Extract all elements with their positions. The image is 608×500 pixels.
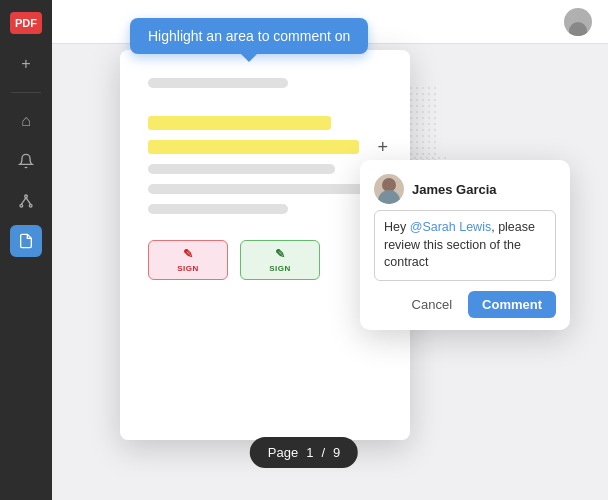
page-label: Page [268, 445, 298, 460]
tooltip-text: Highlight an area to comment on [148, 28, 350, 44]
cancel-button[interactable]: Cancel [404, 292, 460, 317]
commenter-name: James Garcia [412, 182, 497, 197]
svg-point-1 [20, 204, 23, 207]
signature-label-green: SIGN [269, 264, 291, 273]
page-current: 1 [306, 445, 313, 460]
page-separator: / [321, 445, 325, 460]
svg-point-0 [25, 195, 28, 198]
comment-button[interactable]: Comment [468, 291, 556, 318]
signature-label-pink: SIGN [177, 264, 199, 273]
plus-crosshair-icon: + [377, 137, 388, 158]
svg-point-2 [29, 204, 32, 207]
comment-mention: @Sarah Lewis [410, 220, 491, 234]
text-highlight-2 [148, 140, 359, 154]
sidebar-divider-1 [11, 92, 41, 93]
comment-text-display: Hey @Sarah Lewis, please review this sec… [374, 210, 556, 281]
comment-actions: Cancel Comment [374, 291, 556, 318]
signature-row: ✎ SIGN ✎ SIGN [148, 240, 382, 280]
svg-line-3 [21, 198, 26, 205]
comment-header: James Garcia [374, 174, 556, 204]
signature-icon-pink: ✎ [183, 247, 194, 261]
doc-line-3 [148, 184, 370, 194]
app-logo: PDF [10, 12, 42, 34]
doc-line-2 [148, 164, 335, 174]
comment-card: James Garcia <span class="mention">@Sara… [360, 160, 570, 330]
comment-prefix: Hey [384, 220, 410, 234]
doc-line-4 [148, 204, 288, 214]
signature-box-pink[interactable]: ✎ SIGN [148, 240, 228, 280]
page-indicator: Page 1 / 9 [250, 437, 358, 468]
highlight-row-1 [148, 116, 382, 130]
commenter-avatar [374, 174, 404, 204]
avatar-body-shape [378, 190, 400, 204]
svg-line-4 [26, 198, 31, 205]
signature-icon-green: ✎ [275, 247, 286, 261]
sidebar-item-bell[interactable] [10, 145, 42, 177]
sidebar-item-nodes[interactable] [10, 185, 42, 217]
sidebar-item-document[interactable] [10, 225, 42, 257]
doc-line-1 [148, 78, 288, 88]
sidebar-item-home[interactable]: ⌂ [10, 105, 42, 137]
page-total: 9 [333, 445, 340, 460]
signature-box-green[interactable]: ✎ SIGN [240, 240, 320, 280]
sidebar-item-plus[interactable]: + [10, 48, 42, 80]
tooltip-callout: Highlight an area to comment on [130, 18, 368, 54]
sidebar: PDF + ⌂ [0, 0, 52, 500]
highlight-row-2: + [148, 140, 382, 154]
text-highlight-1 [148, 116, 331, 130]
user-avatar [564, 8, 592, 36]
